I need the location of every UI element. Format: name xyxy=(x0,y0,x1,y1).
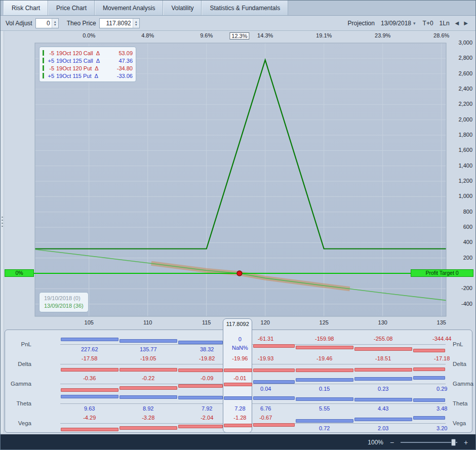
greeks-bar xyxy=(61,395,118,398)
vol-adjust-value[interactable]: 0 xyxy=(36,19,52,28)
vol-adjust-spinner[interactable]: ▲▼ xyxy=(52,19,58,28)
greeks-baseline xyxy=(60,403,446,404)
greeks-value: 0.04 xyxy=(246,386,286,392)
current-price-marker[interactable] xyxy=(237,271,242,276)
greeks-bar xyxy=(178,369,223,372)
splitter-handle[interactable] xyxy=(2,216,3,228)
greeks-bar xyxy=(296,369,353,372)
theo-price-label: Theo Price xyxy=(67,20,96,27)
legend-item[interactable]: +519Oct 115 PutΔ-33.06 xyxy=(43,72,133,79)
greeks-value: -19.05 xyxy=(128,355,169,361)
delta-symbol: Δ xyxy=(96,50,100,56)
tab-price-chart[interactable]: Price Chart xyxy=(48,1,95,15)
greeks-bar xyxy=(178,384,223,388)
tab-statistics-fundamentals[interactable]: Statistics & Fundamentals xyxy=(202,1,288,15)
profit-target-handle[interactable]: Profit Target 0 xyxy=(411,269,473,277)
spinner-down-icon[interactable]: ▼ xyxy=(133,23,139,26)
legend-item[interactable]: +519Oct 125 CallΔ47.36 xyxy=(43,57,133,64)
greeks-value: 3.48 xyxy=(422,405,462,412)
greeks-row-label: Gamma xyxy=(9,381,31,387)
delta-symbol: Δ xyxy=(95,73,98,79)
greeks-bar xyxy=(253,369,294,372)
legend-quantity: -5 xyxy=(46,50,54,56)
zoom-slider-track[interactable] xyxy=(401,442,457,443)
position-marker-icon xyxy=(43,73,44,78)
greeks-baseline xyxy=(60,364,446,364)
x-axis-tick: 135 xyxy=(437,319,446,325)
greeks-bar xyxy=(413,349,445,352)
x-axis-tick: 105 xyxy=(85,319,94,325)
date-box-item: 19/10/2018 (0) xyxy=(44,295,84,302)
app-window: Risk ChartPrice ChartMovement AnalysisVo… xyxy=(0,0,476,450)
x-axis-tick: 130 xyxy=(378,319,387,325)
greeks-value: -17.58 xyxy=(69,355,110,361)
theo-price-spinner[interactable]: ▲▼ xyxy=(133,19,139,28)
greeks-bar xyxy=(354,368,412,372)
greeks-value: -19.96 xyxy=(220,355,260,361)
greeks-value: -0.22 xyxy=(128,375,169,381)
greeks-value: -19.46 xyxy=(304,355,345,361)
top-axis-tick: 12.3% xyxy=(229,32,249,39)
delta-symbol: Δ xyxy=(96,58,100,64)
zero-percent-handle[interactable]: 0% xyxy=(5,269,34,277)
projection-next-button[interactable]: ▶ xyxy=(463,20,468,26)
greeks-value: 8.92 xyxy=(128,405,169,412)
top-axis-tick: 9.6% xyxy=(200,32,213,38)
zoom-slider[interactable] xyxy=(401,438,457,446)
greeks-row-theta: ThetaTheta9.638.927.927.286.765.554.433.… xyxy=(5,393,472,413)
positions-legend: -519Oct 120 CallΔ53.09+519Oct 125 CallΔ4… xyxy=(39,47,136,82)
greeks-bar xyxy=(413,376,445,380)
y-axis-tick: 800 xyxy=(449,209,472,215)
projection-controls: Projection 13/09/2018 ▾ T+0 1Ln ◀ ▶ xyxy=(348,19,468,28)
greeks-value: -344.44 xyxy=(422,336,462,342)
greeks-bar xyxy=(354,377,412,381)
greeks-value: 3.20 xyxy=(422,425,462,431)
greeks-value: -0.01 xyxy=(220,375,260,381)
greeks-bar xyxy=(296,378,353,382)
greeks-bar xyxy=(354,418,412,421)
y-axis-tick: 200 xyxy=(449,255,472,261)
greeks-value: 0.23 xyxy=(363,386,404,392)
greeks-bar xyxy=(354,398,412,401)
greeks-row-label: Theta xyxy=(9,400,31,406)
theo-price-input[interactable]: 117.8092 ▲▼ xyxy=(99,18,140,28)
zoom-in-button[interactable]: + xyxy=(462,438,469,446)
zoom-slider-handle[interactable] xyxy=(451,439,456,446)
greeks-bar xyxy=(224,424,252,427)
theo-price-value[interactable]: 117.8092 xyxy=(100,19,133,28)
greeks-value: 7.28 xyxy=(220,405,260,412)
zoom-out-button[interactable]: − xyxy=(388,438,395,446)
spinner-down-icon[interactable]: ▼ xyxy=(52,23,58,26)
greeks-row-vega: VegaVega-4.29-3.28-2.04-1.28-0.670.722.0… xyxy=(5,413,472,433)
x-axis-tick: 125 xyxy=(320,319,329,325)
greeks-row-label: Vega xyxy=(9,420,31,426)
greeks-bar xyxy=(253,423,294,427)
vol-adjust-label: Vol Adjust xyxy=(6,20,32,27)
projection-scale-toggle[interactable]: 1Ln xyxy=(439,19,451,28)
tab-volatility[interactable]: Volatility xyxy=(163,1,202,15)
top-axis-tick: 4.8% xyxy=(141,32,154,38)
y-axis-tick: 2,000 xyxy=(449,116,472,122)
greeks-row-delta: DeltaDelta-17.58-19.05-19.82-19.96-19.93… xyxy=(5,354,472,374)
greeks-bar xyxy=(120,368,177,372)
greeks-bar xyxy=(224,383,252,386)
projection-prev-button[interactable]: ◀ xyxy=(455,20,460,26)
y-axis-tick: -400 xyxy=(449,301,472,307)
y-axis-tick: 1,000 xyxy=(449,193,472,199)
legend-delta-value: 53.09 xyxy=(118,50,133,56)
legend-item[interactable]: -519Oct 120 PutΔ-34.80 xyxy=(43,64,133,72)
position-marker-icon xyxy=(43,50,44,56)
greeks-bar xyxy=(413,398,445,402)
projection-mode-toggle[interactable]: T+0 xyxy=(422,19,434,28)
vol-adjust-input[interactable]: 0 ▲▼ xyxy=(35,18,59,28)
legend-item[interactable]: -519Oct 120 CallΔ53.09 xyxy=(43,49,133,57)
projection-date-dropdown[interactable]: 13/09/2018 ▾ xyxy=(379,19,418,28)
y-axis-tick: 2,200 xyxy=(449,101,472,107)
status-bar: 100% − + xyxy=(1,434,475,450)
tab-risk-chart[interactable]: Risk Chart xyxy=(4,1,48,15)
greeks-value: NaN% xyxy=(220,345,260,351)
chevron-down-icon: ▾ xyxy=(413,21,416,26)
greeks-bar xyxy=(178,341,223,344)
tab-movement-analysis[interactable]: Movement Analysis xyxy=(95,1,163,15)
legend-quantity: +5 xyxy=(46,73,54,79)
